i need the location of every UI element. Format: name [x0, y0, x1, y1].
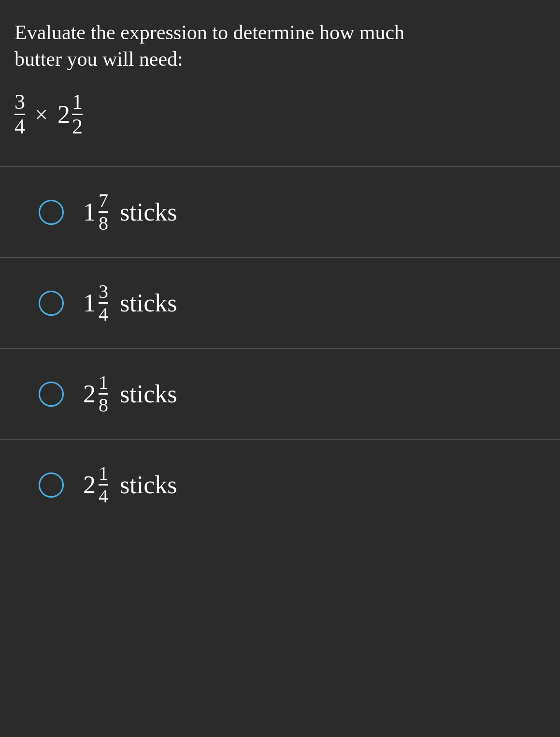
option-a-unit: sticks	[120, 198, 177, 226]
option-c-unit: sticks	[120, 380, 177, 408]
option-d-label: 2 1 4 sticks	[83, 464, 177, 506]
option-a-whole: 1	[83, 198, 96, 226]
radio-b[interactable]	[39, 291, 64, 316]
option-c-fraction: 1 8	[99, 373, 108, 415]
option-b-unit: sticks	[120, 289, 177, 317]
mixed-number: 2 1 2	[57, 91, 83, 137]
option-b-mixed: 1 3 4	[83, 282, 108, 324]
option-a-label: 1 7 8 sticks	[83, 191, 177, 233]
option-c-mixed: 2 1 8	[83, 373, 108, 415]
option-c-denominator: 8	[99, 396, 108, 415]
option-b-fraction: 3 4	[99, 282, 108, 324]
option-c-label: 2 1 8 sticks	[83, 373, 177, 415]
option-d-whole: 2	[83, 471, 96, 499]
option-a-numerator: 7	[99, 191, 108, 210]
main-fraction-numerator: 3	[14, 91, 25, 113]
mixed-whole: 2	[57, 100, 70, 129]
radio-a[interactable]	[39, 200, 64, 225]
mixed-fraction-numerator: 1	[72, 91, 83, 113]
option-d-numerator: 1	[99, 464, 108, 483]
option-d-denominator: 4	[99, 486, 108, 506]
option-c-whole: 2	[83, 380, 96, 408]
radio-c[interactable]	[39, 382, 64, 407]
question-section: Evaluate the expression to determine how…	[0, 0, 560, 166]
option-a[interactable]: 1 7 8 sticks	[0, 167, 560, 257]
question-text: Evaluate the expression to determine how…	[14, 19, 546, 72]
main-fraction: 3 4	[14, 91, 25, 137]
option-d-fraction: 1 4	[99, 464, 108, 506]
radio-d[interactable]	[39, 472, 64, 498]
option-b-denominator: 4	[99, 305, 108, 324]
times-symbol: ×	[35, 101, 48, 128]
option-d-unit: sticks	[120, 471, 177, 499]
mixed-fraction-denominator: 2	[72, 116, 83, 137]
mixed-fraction: 1 2	[72, 91, 83, 137]
option-c[interactable]: 2 1 8 sticks	[0, 349, 560, 439]
option-a-denominator: 8	[99, 214, 108, 233]
option-b-whole: 1	[83, 289, 96, 317]
option-d[interactable]: 2 1 4 sticks	[0, 440, 560, 530]
question-line1: Evaluate the expression to determine how…	[14, 21, 404, 44]
main-fraction-denominator: 4	[14, 116, 25, 137]
option-b[interactable]: 1 3 4 sticks	[0, 258, 560, 348]
math-expression: 3 4 × 2 1 2	[14, 91, 546, 137]
question-line2: butter you will need:	[14, 48, 183, 70]
option-d-mixed: 2 1 4	[83, 464, 108, 506]
option-a-mixed: 1 7 8	[83, 191, 108, 233]
option-b-numerator: 3	[99, 282, 108, 301]
option-b-label: 1 3 4 sticks	[83, 282, 177, 324]
option-a-fraction: 7 8	[99, 191, 108, 233]
option-c-numerator: 1	[99, 373, 108, 392]
